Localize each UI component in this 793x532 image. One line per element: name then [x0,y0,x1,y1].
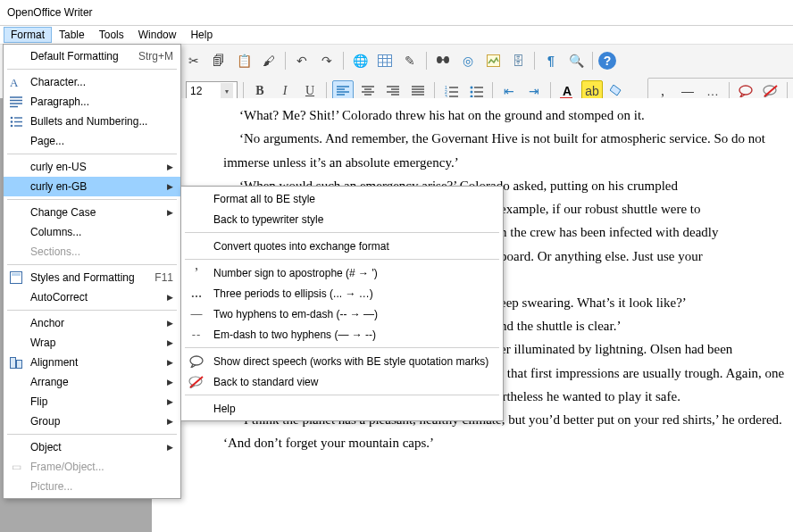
submenu-arrow-icon: ▶ [167,417,173,426]
apostrophe-icon: ’ [188,266,205,280]
menu-wrap[interactable]: Wrap▶ [4,333,180,353]
menu-character[interactable]: A Character... [4,72,180,92]
menu-anchor[interactable]: Anchor▶ [4,313,180,333]
menu-window[interactable]: Window [131,27,184,43]
menu-styles[interactable]: Styles and FormattingF11 [4,268,180,287]
submenu-ellipsis[interactable]: … Three periods to ellipsis (... → …) [181,283,503,303]
para: ‘What? Me? Shit!’ Colorado threw his hat… [223,104,789,127]
redo-icon[interactable]: ↷ [316,50,338,71]
submenu-format-all[interactable]: Format all to BE style [181,188,503,209]
svg-point-48 [11,124,13,127]
svg-point-32 [470,90,472,93]
submenu-back-typewriter[interactable]: Back to typewriter style [181,209,503,229]
paste-icon[interactable]: 📋 [233,50,255,71]
speech-bubble-icon [188,354,205,369]
submenu-back-standard[interactable]: Back to standard view [181,371,503,392]
font-size-value: 12 [190,85,217,97]
menu-curly-us[interactable]: curly en-US▶ [4,157,180,177]
submenu-convert-quotes[interactable]: Convert quotes into exchange format [181,236,503,256]
menu-tools[interactable]: Tools [92,27,131,43]
format-menu-dropdown: Default Formatting Strg+M A Character...… [3,44,181,499]
menu-bullets[interactable]: Bullets and Numbering... [4,112,180,131]
chevron-down-icon[interactable]: ▾ [221,83,233,99]
para: ‘No arguments. And remember, the Governa… [223,127,789,174]
menu-arrange[interactable]: Arrange▶ [4,372,180,392]
menu-object[interactable]: Object▶ [4,437,180,457]
submenu-arrow-icon: ▶ [167,397,173,406]
submenu-two-hyphens[interactable]: — Two hyphens to em-dash (-- → —) [181,303,503,324]
menu-paragraph[interactable]: Paragraph... [4,92,180,112]
bullets-icon [9,114,23,129]
frame-icon: ▭ [9,460,23,474]
menu-format[interactable]: Format [4,27,52,43]
menu-default-formatting[interactable]: Default Formatting Strg+M [4,46,180,66]
zoom-icon[interactable]: 🔍 [565,50,587,71]
submenu-arrow-icon: ▶ [167,182,173,191]
submenu-arrow-icon: ▶ [167,162,173,171]
submenu-arrow-icon: ▶ [167,378,173,387]
submenu-show-direct[interactable]: Show direct speech (works with BE style … [181,351,503,371]
menu-change-case[interactable]: Change Case▶ [4,203,180,222]
menu-picture: Picture... [4,477,180,496]
svg-rect-54 [11,357,16,368]
find-icon[interactable] [432,50,454,71]
svg-point-31 [470,86,472,88]
svg-text:A: A [10,76,19,88]
submenu-arrow-icon: ▶ [167,358,173,367]
format-paintbrush-icon[interactable]: 🖌 [258,50,280,71]
app-title: OpenOffice Writer [7,6,93,19]
menu-columns[interactable]: Columns... [4,222,180,242]
submenu-emdash-to-hyphens[interactable]: -- Em-dash to two hyphens (— → --) [181,324,503,345]
submenu-arrow-icon: ▶ [167,208,173,217]
navigator-icon[interactable]: ◎ [457,50,479,71]
paragraph-icon [9,95,23,109]
menu-curly-gb[interactable]: curly en-GB▶ [4,177,180,196]
svg-rect-55 [17,360,22,368]
curly-gb-submenu: Format all to BE style Back to typewrite… [180,186,504,421]
menu-page[interactable]: Page... [4,131,180,151]
svg-text:3: 3 [445,94,447,97]
emdash-icon: — [188,307,205,321]
submenu-arrow-icon: ▶ [167,443,173,452]
cut-icon[interactable]: ✂ [183,50,205,71]
svg-point-33 [470,95,472,97]
submenu-number-sign[interactable]: ’ Number sign to apostrophe (# → ') [181,262,503,283]
styles-icon [9,270,23,285]
menu-frame-object: ▭ Frame/Object... [4,457,180,477]
svg-point-6 [444,56,449,63]
menu-flip[interactable]: Flip▶ [4,392,180,411]
menu-help[interactable]: Help [183,27,220,43]
svg-marker-37 [610,85,621,96]
submenu-arrow-icon: ▶ [167,293,173,302]
svg-rect-53 [12,273,21,276]
help-icon[interactable]: ? [598,52,616,70]
svg-point-38 [739,86,752,95]
hyphens-icon: -- [188,328,205,342]
submenu-help[interactable]: Help [181,398,503,419]
character-icon: A [9,75,23,89]
speech-bubble-cancel-icon [188,375,205,389]
nonprinting-icon[interactable]: ¶ [540,50,562,71]
svg-point-47 [11,121,13,123]
table-icon[interactable] [374,50,396,71]
svg-point-5 [437,56,442,63]
hyperlink-icon[interactable]: 🌐 [349,50,371,71]
titlebar: OpenOffice Writer [0,0,793,26]
menu-alignment[interactable]: Alignment▶ [4,353,180,372]
menu-autocorrect[interactable]: AutoCorrect▶ [4,287,180,307]
alignment-icon [9,355,23,370]
toolbar-row1: ✂ 🗐 📋 🖌 ↶ ↷ 🌐 ✎ ◎ 🗄 ¶ 🔍 ? [183,50,616,71]
gallery-icon[interactable] [482,50,504,71]
menu-group[interactable]: Group▶ [4,411,180,431]
ellipsis-icon: … [188,287,205,301]
draw-icon[interactable]: ✎ [399,50,421,71]
submenu-arrow-icon: ▶ [167,319,173,328]
menu-table[interactable]: Table [52,27,92,43]
submenu-arrow-icon: ▶ [167,338,173,347]
copy-icon[interactable]: 🗐 [208,50,230,71]
svg-rect-0 [379,55,392,67]
menubar: Format Table Tools Window Help [0,26,793,45]
datasources-icon[interactable]: 🗄 [507,50,529,71]
menu-sections: Sections... [4,242,180,262]
undo-icon[interactable]: ↶ [291,50,313,71]
